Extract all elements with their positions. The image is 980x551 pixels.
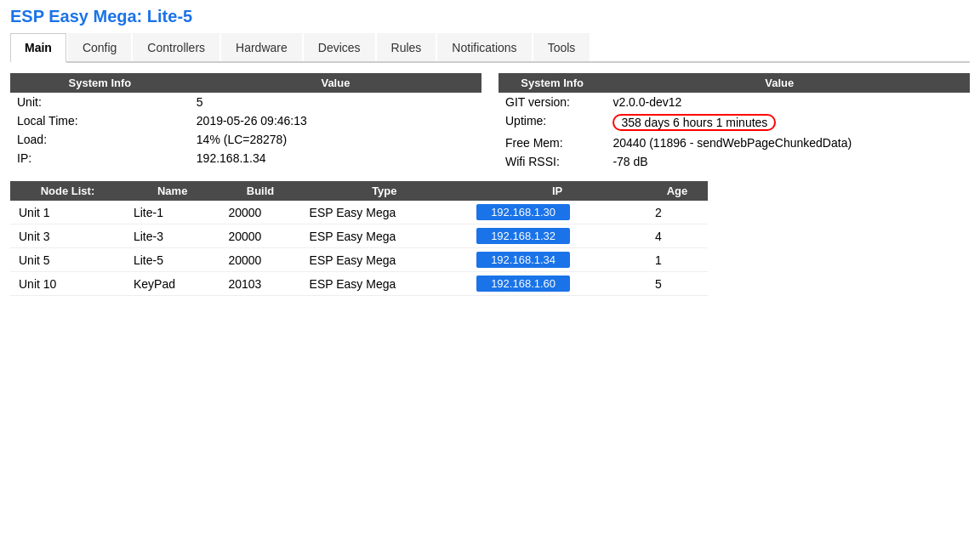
node-age: 4	[647, 224, 708, 248]
sysinfo-value: 14% (LC=28278)	[190, 130, 481, 149]
sysinfo-label: Free Mem:	[499, 133, 606, 152]
left-value-header: Value	[190, 73, 481, 93]
tab-devices[interactable]: Devices	[304, 33, 375, 61]
ip-button[interactable]: 192.168.1.32	[476, 228, 570, 244]
sysinfo-value: 192.168.1.34	[190, 149, 481, 168]
node-header-age: Age	[647, 181, 708, 201]
tab-main[interactable]: Main	[10, 33, 66, 63]
node-age: 1	[647, 248, 708, 272]
node-unit: Unit 1	[10, 201, 125, 224]
sysinfo-label: Wifi RSSI:	[499, 152, 606, 171]
left-system-info: System Info Value Unit: 5 Local Time: 20…	[10, 73, 481, 171]
node-header-name: Name	[125, 181, 219, 201]
sysinfo-label: Unit:	[10, 93, 190, 111]
node-name: Lite-5	[125, 248, 219, 272]
node-header-unit: Node List:	[10, 181, 125, 201]
right-system-info: System Info Value GIT version: v2.0.0-de…	[499, 73, 970, 171]
table-row: Unit 3 Lite-3 20000 ESP Easy Mega 192.16…	[10, 224, 708, 248]
node-type: ESP Easy Mega	[301, 224, 469, 248]
node-type: ESP Easy Mega	[301, 272, 469, 296]
tab-rules[interactable]: Rules	[377, 33, 436, 61]
sysinfo-value: 20440 (11896 - sendWebPageChunkedData)	[606, 133, 953, 152]
sysinfo-label: Load:	[10, 130, 190, 149]
table-row: GIT version: v2.0.0-dev12	[499, 93, 970, 111]
tab-notifications[interactable]: Notifications	[437, 33, 531, 61]
node-type: ESP Easy Mega	[301, 201, 469, 224]
table-row: IP: 192.168.1.34	[10, 149, 481, 168]
tab-hardware[interactable]: Hardware	[221, 33, 302, 61]
node-build: 20000	[219, 201, 300, 224]
node-build: 20000	[219, 224, 300, 248]
table-row: Wifi RSSI: -78 dB	[499, 152, 970, 171]
node-type: ESP Easy Mega	[301, 248, 469, 272]
ip-button[interactable]: 192.168.1.30	[476, 204, 570, 220]
tab-tools[interactable]: Tools	[533, 33, 590, 61]
node-ip: 192.168.1.32	[468, 224, 647, 248]
table-row: Load: 14% (LC=28278)	[10, 130, 481, 149]
node-list-section: Node List: Name Build Type IP Age Unit 1…	[10, 181, 970, 296]
left-sysinfo-header: System Info	[10, 73, 190, 93]
tab-bar: Main Config Controllers Hardware Devices…	[10, 33, 970, 63]
node-ip: 192.168.1.30	[468, 201, 647, 224]
table-row: Unit 1 Lite-1 20000 ESP Easy Mega 192.16…	[10, 201, 708, 224]
node-ip: 192.168.1.60	[468, 272, 647, 296]
ip-button[interactable]: 192.168.1.34	[476, 252, 570, 268]
tab-controllers[interactable]: Controllers	[133, 33, 219, 61]
node-header-ip: IP	[468, 181, 647, 201]
table-row: Uptime: 358 days 6 hours 1 minutes	[499, 111, 970, 133]
node-header-build: Build	[219, 181, 300, 201]
table-row: Unit 10 KeyPad 20103 ESP Easy Mega 192.1…	[10, 272, 708, 296]
node-header-type: Type	[301, 181, 469, 201]
sysinfo-value: -78 dB	[606, 152, 953, 171]
node-build: 20103	[219, 272, 300, 296]
node-ip: 192.168.1.34	[468, 248, 647, 272]
right-value-header: Value	[606, 73, 953, 93]
node-name: Lite-1	[125, 201, 219, 224]
table-row: Unit: 5	[10, 93, 481, 111]
node-age: 5	[647, 272, 708, 296]
table-row: Local Time: 2019-05-26 09:46:13	[10, 111, 481, 130]
sysinfo-label: Local Time:	[10, 111, 190, 130]
page-title: ESP Easy Mega: Lite-5	[10, 7, 970, 26]
table-row: Free Mem: 20440 (11896 - sendWebPageChun…	[499, 133, 970, 152]
node-unit: Unit 5	[10, 248, 125, 272]
sysinfo-value uptime-cell: 358 days 6 hours 1 minutes	[606, 111, 953, 133]
tab-config[interactable]: Config	[68, 33, 131, 61]
node-name: Lite-3	[125, 224, 219, 248]
sysinfo-label: IP:	[10, 149, 190, 168]
sysinfo-value: 2019-05-26 09:46:13	[190, 111, 481, 130]
node-age: 2	[647, 201, 708, 224]
ip-button[interactable]: 192.168.1.60	[476, 276, 570, 292]
sysinfo-value: v2.0.0-dev12	[606, 93, 953, 111]
node-name: KeyPad	[125, 272, 219, 296]
system-info-section: System Info Value Unit: 5 Local Time: 20…	[10, 73, 970, 171]
node-unit: Unit 3	[10, 224, 125, 248]
right-sysinfo-header: System Info	[499, 73, 606, 93]
node-unit: Unit 10	[10, 272, 125, 296]
sysinfo-value: 5	[190, 93, 481, 111]
table-row: Unit 5 Lite-5 20000 ESP Easy Mega 192.16…	[10, 248, 708, 272]
node-build: 20000	[219, 248, 300, 272]
sysinfo-label: GIT version:	[499, 93, 606, 111]
sysinfo-label: Uptime:	[499, 111, 606, 133]
